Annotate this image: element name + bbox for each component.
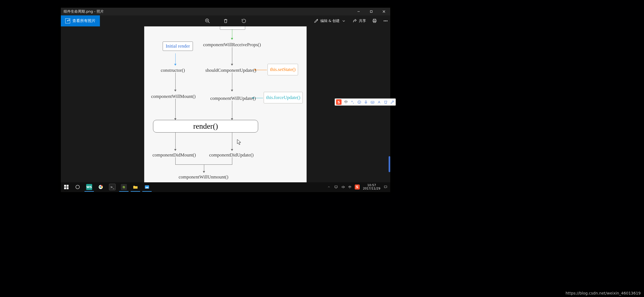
svg-point-14 — [358, 100, 361, 103]
ime-handwrite-icon[interactable] — [377, 100, 381, 104]
edit-create-button[interactable]: 编辑 & 创建 — [314, 18, 346, 23]
tray-chevron-up-icon[interactable] — [327, 185, 331, 189]
tray-ime-lang[interactable]: 中 — [348, 185, 351, 189]
taskbar-app-photos[interactable] — [141, 182, 153, 192]
diagram-component-will-unmount: componentWillUnmount() — [179, 174, 228, 180]
windows-taskbar: WS >_ ⧉ 中 S 10:57 2017/11/29 — [61, 182, 390, 192]
zoom-in-button[interactable] — [204, 18, 211, 24]
see-all-photos-button[interactable]: 查看所有照片 — [61, 15, 100, 26]
svg-rect-27 — [67, 187, 69, 189]
minimize-button[interactable] — [352, 8, 365, 15]
svg-rect-18 — [371, 101, 374, 103]
taskbar-app-chrome[interactable] — [95, 182, 107, 192]
svg-point-28 — [76, 185, 79, 189]
svg-rect-10 — [373, 21, 376, 23]
toolbar: 查看所有照片 编辑 & 创建 共享 — [61, 15, 390, 26]
diagram-component-will-receive-props: componentWillReceiveProps() — [203, 42, 261, 48]
diagram-initial-render: Initial render — [163, 42, 193, 51]
more-button[interactable] — [383, 18, 388, 23]
see-all-label: 查看所有照片 — [72, 18, 95, 23]
system-tray: 中 S 10:57 2017/11/29 — [327, 184, 390, 190]
svg-rect-31 — [133, 186, 138, 189]
share-label: 共享 — [359, 18, 366, 23]
print-icon — [372, 18, 377, 23]
taskbar-app-vscode[interactable]: ⧉ — [118, 182, 130, 192]
sogou-logo-icon: S — [336, 99, 342, 105]
start-button[interactable] — [61, 182, 72, 192]
diagram-component-will-mount: componentWillMount() — [151, 94, 196, 99]
share-icon — [352, 18, 357, 23]
ime-punct[interactable]: °, — [350, 100, 355, 104]
tray-volume-icon[interactable] — [341, 185, 345, 189]
tray-sogou-icon[interactable]: S — [355, 185, 360, 189]
tray-clock[interactable]: 10:57 2017/11/29 — [363, 184, 380, 190]
diagram-component-did-update: componentDidUpdate() — [209, 152, 253, 158]
rotate-button[interactable] — [241, 18, 247, 24]
tray-date: 2017/11/29 — [363, 187, 380, 190]
diagram-set-state: this.setState() — [268, 64, 298, 75]
delete-button[interactable] — [222, 18, 229, 24]
svg-point-15 — [359, 101, 359, 102]
share-button[interactable]: 共享 — [352, 18, 366, 23]
svg-point-16 — [359, 101, 360, 102]
diagram-component-will-update: componentWillUpdate() — [210, 96, 256, 101]
taskbar-app-terminal[interactable]: >_ — [107, 182, 118, 192]
cortana-button[interactable] — [72, 182, 83, 192]
print-button[interactable] — [372, 18, 377, 23]
tray-action-center-icon[interactable] — [384, 185, 388, 189]
edit-icon — [314, 18, 319, 23]
tray-display-icon[interactable] — [334, 185, 338, 189]
ime-settings-icon[interactable] — [390, 100, 394, 104]
svg-point-12 — [385, 21, 386, 21]
ime-keyboard-icon[interactable] — [370, 100, 375, 104]
svg-rect-25 — [67, 185, 69, 187]
scroll-indicator[interactable] — [389, 156, 390, 172]
mouse-cursor — [237, 139, 241, 145]
image-canvas[interactable]: Initial render constructor() componentWi… — [144, 26, 307, 183]
ime-lang[interactable]: 中 — [344, 100, 348, 104]
svg-rect-26 — [64, 187, 66, 189]
diagram-box-partial — [220, 26, 245, 30]
svg-rect-24 — [64, 185, 66, 187]
diagram-render: render() — [153, 120, 258, 133]
ime-skin-icon[interactable] — [383, 100, 388, 104]
close-button[interactable] — [378, 8, 390, 15]
ime-voice-icon[interactable] — [364, 100, 368, 104]
diagram-should-component-update: shouldComponentUpdate() — [205, 68, 256, 73]
window-title: 组件生命周期.png - 照片 — [64, 9, 104, 14]
diagram-constructor: constructor() — [161, 68, 185, 73]
svg-rect-1 — [370, 11, 372, 13]
svg-point-13 — [387, 21, 387, 21]
more-icon — [383, 18, 388, 23]
collection-icon — [65, 18, 70, 23]
sogou-ime-toolbar[interactable]: S 中 °, — [335, 98, 396, 106]
titlebar: 组件生命周期.png - 照片 — [61, 8, 390, 15]
diagram-force-update: this.forceUpdate() — [264, 92, 303, 103]
taskbar-app-explorer[interactable] — [130, 182, 141, 192]
footer-url: https://blog.csdn.net/weixin_46013619 — [564, 290, 642, 296]
edit-create-label: 编辑 & 创建 — [320, 18, 340, 23]
chevron-down-icon — [341, 18, 346, 23]
svg-line-5 — [208, 22, 209, 23]
svg-point-11 — [384, 21, 384, 21]
diagram-component-did-mount: componentDidMount() — [152, 152, 196, 158]
ime-emoji-icon[interactable] — [357, 100, 361, 104]
maximize-button[interactable] — [365, 8, 378, 15]
svg-rect-33 — [335, 186, 337, 188]
svg-rect-17 — [365, 100, 366, 103]
taskbar-app-webstorm[interactable]: WS — [83, 182, 95, 192]
